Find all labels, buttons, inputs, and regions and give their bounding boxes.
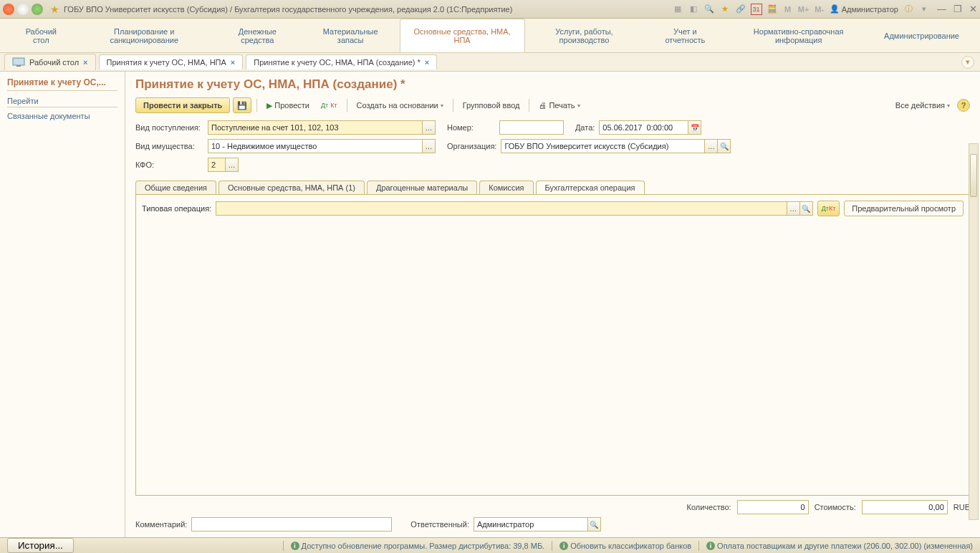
nav-accounting[interactable]: Учет и отчетность: [644, 19, 726, 52]
group-input-button[interactable]: Групповой ввод: [458, 99, 524, 112]
tab-close-icon[interactable]: ×: [83, 58, 87, 67]
tab-close-icon[interactable]: ×: [425, 58, 429, 67]
status-update-link[interactable]: iДоступно обновление программы. Размер д…: [291, 542, 545, 550]
post-button[interactable]: ▶Провести: [262, 99, 314, 112]
tabs-dropdown[interactable]: ▾: [961, 56, 974, 69]
all-actions-button[interactable]: Все действия▾: [891, 99, 954, 112]
kfo-input[interactable]: [208, 158, 226, 172]
m-icon[interactable]: M: [782, 4, 794, 15]
nav-admin[interactable]: Администрирование: [871, 19, 973, 52]
org-open-button[interactable]: 🔍: [718, 139, 731, 153]
date-label: Дата:: [575, 123, 595, 132]
dtkt-preview-icon[interactable]: ДтКт: [817, 201, 840, 216]
close-button[interactable]: ✕: [969, 4, 977, 14]
status-payment-link[interactable]: iОплата поставщикам и другие платежи (20…: [706, 542, 973, 550]
status-bank-link[interactable]: iОбновить классификатор банков: [559, 542, 691, 550]
vid-post-input[interactable]: [208, 120, 423, 135]
typop-input[interactable]: [216, 201, 787, 216]
typop-select-button[interactable]: …: [787, 201, 800, 216]
dtkt-button[interactable]: ДтКт: [317, 100, 342, 111]
nav-materials[interactable]: Материальные запасы: [302, 19, 400, 52]
ftab-accounting-op[interactable]: Бухгалтерская операция: [536, 181, 645, 194]
date-picker-button[interactable]: 📅: [688, 120, 701, 135]
tool-icon-1[interactable]: ▦: [672, 4, 683, 15]
info-icon: i: [559, 542, 568, 550]
ftab-precious[interactable]: Драгоценные материалы: [367, 181, 477, 194]
window-title: ГОБУ ВПО Университет искусств (Субсидия)…: [64, 5, 672, 14]
kfo-select-button[interactable]: …: [226, 158, 239, 172]
typop-open-button[interactable]: 🔍: [800, 201, 813, 216]
preview-button[interactable]: Предварительный просмотр: [844, 201, 964, 216]
resp-input[interactable]: [474, 517, 588, 532]
info-icon: i: [291, 542, 299, 550]
history-button[interactable]: История...: [7, 538, 74, 553]
tab-document[interactable]: Принятие к учету ОС, НМА, НПА (создание)…: [246, 54, 437, 69]
vid-post-label: Вид поступления:: [135, 123, 203, 132]
vid-imush-select-button[interactable]: …: [423, 139, 436, 153]
cost-value: [862, 500, 948, 514]
desktop-icon: [12, 57, 25, 67]
org-input[interactable]: [501, 139, 705, 153]
comment-label: Комментарий:: [135, 520, 187, 529]
tab-desktop[interactable]: Рабочий стол ×: [4, 54, 96, 70]
nav-planning[interactable]: Планирование и санкционирование: [76, 19, 213, 52]
content-area: Принятие к учету ОС, НМА, НПА (создание)…: [125, 72, 980, 537]
app-menu-icon[interactable]: [3, 4, 14, 15]
tab-label: Принятия к учету ОС, НМА, НПА: [107, 58, 226, 67]
resp-open-button[interactable]: 🔍: [588, 517, 601, 532]
calc-icon[interactable]: 🧮: [767, 4, 778, 15]
vertical-scrollbar[interactable]: [969, 143, 979, 520]
info-icon[interactable]: ⓘ: [903, 4, 914, 15]
tool-icon-2[interactable]: ◧: [688, 4, 699, 15]
m-plus-icon[interactable]: M+: [798, 4, 810, 15]
tab-label: Рабочий стол: [29, 58, 79, 67]
print-button[interactable]: 🖨Печать▾: [534, 99, 584, 112]
document-tabs: Рабочий стол × Принятия к учету ОС, НМА,…: [0, 53, 980, 72]
nav-back-icon[interactable]: [17, 4, 29, 15]
number-label: Номер:: [447, 123, 474, 132]
nav-services[interactable]: Услуги, работы, производство: [525, 19, 645, 52]
svg-rect-0: [13, 58, 24, 65]
minimize-button[interactable]: —: [937, 4, 946, 14]
nav-reference[interactable]: Нормативно-справочная информация: [726, 19, 871, 52]
org-label: Организация:: [447, 142, 496, 150]
comment-input[interactable]: [191, 517, 392, 532]
tab-close-icon[interactable]: ×: [231, 58, 235, 67]
calendar-icon[interactable]: 31: [751, 4, 762, 15]
sidebar-section-goto: Перейти: [7, 97, 117, 107]
info-icon: i: [706, 542, 715, 550]
star-icon[interactable]: ★: [719, 4, 731, 15]
qty-label: Количество:: [686, 503, 731, 511]
tab-label: Принятие к учету ОС, НМА, НПА (создание)…: [254, 58, 421, 67]
ftab-general[interactable]: Общие сведения: [135, 181, 216, 194]
vid-imush-input[interactable]: [208, 139, 423, 153]
tab-list[interactable]: Принятия к учету ОС, НМА, НПА ×: [99, 54, 244, 69]
m-minus-icon[interactable]: M-: [814, 4, 825, 15]
number-input[interactable]: [499, 120, 564, 135]
ftab-assets[interactable]: Основные средства, НМА, НПА (1): [218, 181, 365, 194]
search-icon[interactable]: 🔍: [703, 4, 715, 15]
save-button[interactable]: 💾: [233, 97, 251, 113]
nav-fixed-assets[interactable]: Основные средства, НМА, НПА: [400, 19, 525, 52]
nav-fwd-icon[interactable]: [32, 4, 43, 15]
org-select-button[interactable]: …: [705, 139, 718, 153]
create-based-button[interactable]: Создать на основании▾: [352, 99, 448, 112]
date-input[interactable]: [599, 120, 688, 135]
vid-imush-label: Вид имущества:: [135, 142, 203, 150]
link-icon[interactable]: 🔗: [735, 4, 746, 15]
svg-rect-1: [16, 65, 21, 67]
help-button[interactable]: ?: [957, 99, 970, 112]
sidebar-title: Принятие к учету ОС,...: [7, 77, 117, 91]
main-nav: Рабочий стол Планирование и санкциониров…: [0, 19, 980, 53]
ftab-commission[interactable]: Комиссия: [479, 181, 533, 194]
post-and-close-button[interactable]: Провести и закрыть: [135, 97, 230, 113]
maximize-button[interactable]: ❐: [953, 4, 962, 14]
dropdown-icon[interactable]: ▾: [918, 4, 930, 15]
sidebar-link-related[interactable]: Связанные документы: [7, 110, 117, 122]
nav-cash[interactable]: Денежные средства: [213, 19, 302, 52]
user-label[interactable]: 👤Администратор: [830, 4, 898, 14]
vid-post-select-button[interactable]: …: [423, 120, 436, 135]
favorites-icon[interactable]: ★: [50, 4, 59, 15]
nav-desktop[interactable]: Рабочий стол: [7, 19, 76, 52]
typop-label: Типовая операция:: [142, 204, 211, 213]
